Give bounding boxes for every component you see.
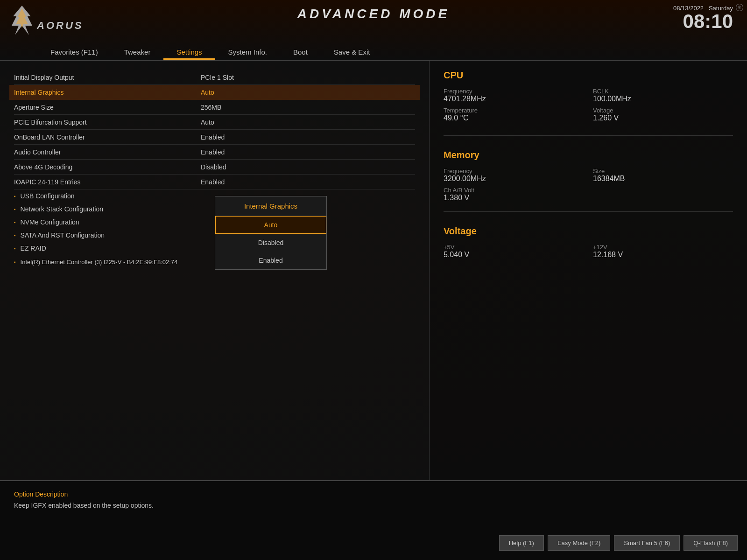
header-title: ADVANCED MODE	[297, 7, 450, 21]
value-ioapic: Enabled	[201, 178, 415, 186]
mem-ch-ab-volt-entry: Ch A/B Volt 1.380 V	[444, 187, 733, 202]
voltage-stats-section: Voltage +5V 5.040 V +12V 12.168 V	[444, 226, 733, 272]
voltage-12v-label: +12V	[593, 244, 733, 251]
option-desc-text: Keep IGFX enabled based on the setup opt…	[14, 502, 733, 509]
value-internal-graphics: Auto	[201, 89, 415, 96]
header: AORUS ADVANCED MODE 08/13/2022 Saturday …	[0, 0, 747, 61]
label-audio-controller: Audio Controller	[14, 148, 201, 156]
voltage-5v-12v-row: +5V 5.040 V +12V 12.168 V	[444, 244, 733, 259]
cpu-frequency-entry: Frequency 4701.28MHz	[444, 88, 584, 103]
dropdown-option-disabled[interactable]: Disabled	[215, 234, 326, 252]
label-onboard-lan: OnBoard LAN Controller	[14, 133, 201, 141]
nav-item-settings[interactable]: Settings	[163, 44, 215, 60]
nav-item-tweaker[interactable]: Tweaker	[111, 44, 164, 60]
dropdown-option-auto[interactable]: Auto	[215, 216, 326, 234]
label-internal-graphics: Internal Graphics	[14, 89, 201, 96]
right-panel: CPU Frequency 4701.28MHz BCLK 100.00MHz …	[430, 61, 747, 481]
cpu-bclk-entry: BCLK 100.00MHz	[593, 88, 733, 103]
value-audio-controller: Enabled	[201, 148, 415, 156]
dropdown-popup: Internal Graphics Auto Disabled Enabled	[215, 196, 327, 270]
cpu-voltage-label: Voltage	[593, 107, 733, 114]
value-onboard-lan: Enabled	[201, 133, 415, 141]
label-ioapic: IOAPIC 24-119 Entries	[14, 178, 201, 186]
cpu-frequency-value: 4701.28MHz	[444, 95, 584, 103]
mem-ch-ab-volt-value: 1.380 V	[444, 194, 733, 202]
voltage-stats-title: Voltage	[444, 226, 733, 237]
mem-frequency-entry: Frequency 3200.00MHz	[444, 168, 584, 183]
nav-menu: Favorites (F11) Tweaker Settings System …	[37, 37, 383, 60]
btn-qflash[interactable]: Q-Flash (F8)	[684, 535, 738, 551]
option-desc-title: Option Description	[14, 490, 733, 498]
logo: AORUS	[9, 5, 83, 37]
mem-frequency-label: Frequency	[444, 168, 584, 175]
left-panel: Initial Display Output PCIe 1 Slot Inter…	[0, 61, 430, 481]
mem-frequency-value: 3200.00MHz	[444, 175, 584, 183]
cpu-voltage-value: 1.260 V	[593, 114, 733, 122]
dropdown-option-enabled[interactable]: Enabled	[215, 252, 326, 269]
datetime: 08/13/2022 Saturday 08:10	[673, 5, 733, 31]
mem-size-label: Size	[593, 168, 733, 175]
nav-item-systeminfo[interactable]: System Info.	[215, 44, 280, 60]
settings-row-internal-graphics[interactable]: Internal Graphics Auto	[9, 85, 420, 100]
aorus-logo-icon	[9, 5, 35, 37]
voltage-5v-value: 5.040 V	[444, 251, 584, 259]
label-aperture-size: Aperture Size	[14, 104, 201, 111]
value-pcie-bifurcation: Auto	[201, 119, 415, 126]
cpu-temperature-entry: Temperature 49.0 °C	[444, 107, 584, 122]
settings-row-onboard-lan[interactable]: OnBoard LAN Controller Enabled	[14, 130, 415, 145]
memory-stats-section: Memory Frequency 3200.00MHz Size 16384MB…	[444, 150, 733, 212]
memory-stats-title: Memory	[444, 150, 733, 161]
bottom-buttons: Help (F1) Easy Mode (F2) Smart Fan 5 (F6…	[499, 535, 738, 551]
btn-easy-mode[interactable]: Easy Mode (F2)	[548, 535, 610, 551]
settings-row-pcie-bifurcation[interactable]: PCIE Bifurcation Support Auto	[14, 115, 415, 130]
voltage-5v-entry: +5V 5.040 V	[444, 244, 584, 259]
settings-row-audio-controller[interactable]: Audio Controller Enabled	[14, 145, 415, 160]
bottom-bar: Option Description Keep IGFX enabled bas…	[0, 481, 747, 560]
nav-item-boot[interactable]: Boot	[280, 44, 321, 60]
value-above4g: Disabled	[201, 163, 415, 171]
cpu-bclk-label: BCLK	[593, 88, 733, 95]
mem-size-value: 16384MB	[593, 175, 733, 183]
value-aperture-size: 256MB	[201, 104, 415, 111]
cpu-temp-voltage-row: Temperature 49.0 °C Voltage 1.260 V	[444, 107, 733, 122]
dropdown-title: Internal Graphics	[215, 196, 326, 216]
cpu-temperature-label: Temperature	[444, 107, 584, 114]
cpu-freq-bclk-row: Frequency 4701.28MHz BCLK 100.00MHz	[444, 88, 733, 103]
label-pcie-bifurcation: PCIE Bifurcation Support	[14, 119, 201, 126]
settings-row-above4g[interactable]: Above 4G Decoding Disabled	[14, 160, 415, 175]
cpu-voltage-entry: Voltage 1.260 V	[593, 107, 733, 122]
cpu-stats-section: CPU Frequency 4701.28MHz BCLK 100.00MHz …	[444, 70, 733, 136]
value-initial-display: PCIe 1 Slot	[201, 74, 415, 81]
logo-text: AORUS	[37, 20, 83, 32]
btn-help[interactable]: Help (F1)	[499, 535, 544, 551]
settings-row-initial-display[interactable]: Initial Display Output PCIe 1 Slot	[14, 70, 415, 85]
mem-freq-size-row: Frequency 3200.00MHz Size 16384MB	[444, 168, 733, 183]
voltage-12v-value: 12.168 V	[593, 251, 733, 259]
voltage-12v-entry: +12V 12.168 V	[593, 244, 733, 259]
mem-ch-ab-volt-label: Ch A/B Volt	[444, 187, 733, 194]
label-initial-display: Initial Display Output	[14, 74, 201, 81]
mem-size-entry: Size 16384MB	[593, 168, 733, 183]
cpu-temperature-value: 49.0 °C	[444, 114, 584, 122]
cpu-frequency-label: Frequency	[444, 88, 584, 95]
nav-item-favorites[interactable]: Favorites (F11)	[37, 44, 111, 60]
cpu-stats-title: CPU	[444, 70, 733, 81]
settings-row-aperture-size[interactable]: Aperture Size 256MB	[14, 100, 415, 115]
settings-row-ioapic[interactable]: IOAPIC 24-119 Entries Enabled	[14, 175, 415, 189]
register-icon: ®	[736, 4, 743, 11]
cpu-bclk-value: 100.00MHz	[593, 95, 733, 103]
nav-item-saveexit[interactable]: Save & Exit	[321, 44, 383, 60]
main-content: Initial Display Output PCIe 1 Slot Inter…	[0, 61, 747, 481]
btn-smart-fan[interactable]: Smart Fan 5 (F6)	[614, 535, 680, 551]
time-display: 08:10	[673, 12, 733, 31]
label-above4g: Above 4G Decoding	[14, 163, 201, 171]
voltage-5v-label: +5V	[444, 244, 584, 251]
